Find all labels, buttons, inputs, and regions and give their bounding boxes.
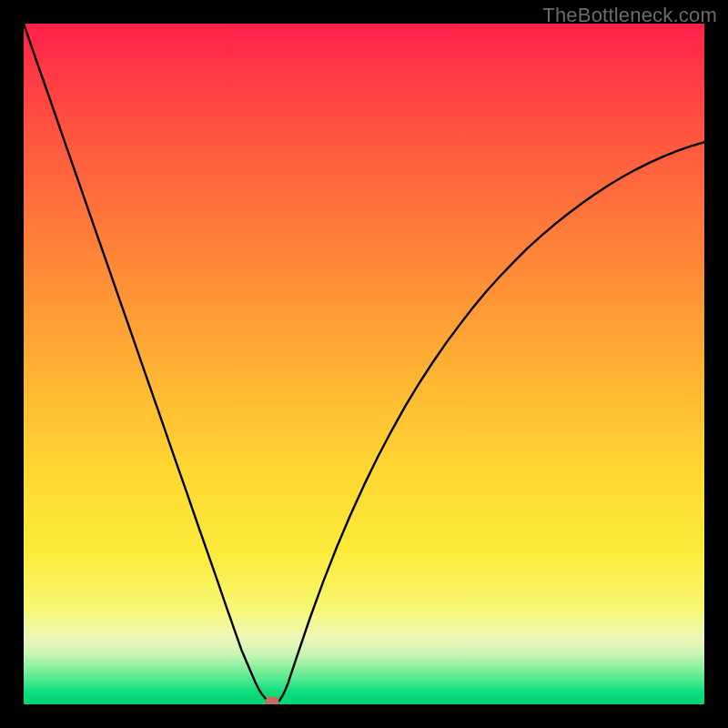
chart-container: TheBottleneck.com	[0, 0, 728, 728]
plot-area	[24, 24, 704, 704]
curve-path	[24, 24, 704, 704]
min-marker-icon	[266, 697, 279, 705]
curve-svg	[24, 24, 704, 704]
